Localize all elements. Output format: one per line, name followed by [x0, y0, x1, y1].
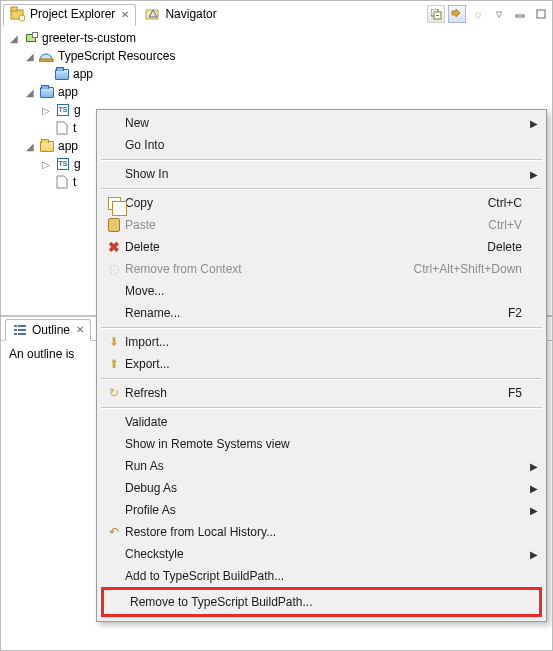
- tree-app-res[interactable]: app: [3, 65, 550, 83]
- menu-run-as[interactable]: Run As ▶: [99, 455, 544, 477]
- tab-navigator[interactable]: Navigator: [138, 3, 223, 25]
- tree-project[interactable]: ◢ greeter-ts-custom: [3, 29, 550, 47]
- menu-show-in[interactable]: Show In ▶: [99, 163, 544, 185]
- menu-checkstyle[interactable]: Checkstyle ▶: [99, 543, 544, 565]
- svg-rect-14: [14, 333, 17, 335]
- tab-label: Navigator: [165, 7, 216, 21]
- delete-icon: ✖: [103, 239, 125, 255]
- view-menu-button[interactable]: ▽: [490, 5, 508, 23]
- tree-ts-resources[interactable]: ◢ TypeScript Resources: [3, 47, 550, 65]
- folder-icon: [39, 138, 55, 154]
- menu-profile-as[interactable]: Profile As ▶: [99, 499, 544, 521]
- menu-import[interactable]: ⬇ Import...: [99, 331, 544, 353]
- paste-icon: [103, 218, 125, 232]
- expand-icon[interactable]: ◢: [24, 141, 36, 152]
- collapse-all-button[interactable]: [427, 5, 445, 23]
- menu-separator: [101, 327, 542, 328]
- focus-task-button[interactable]: ☼: [469, 5, 487, 23]
- tab-label: Outline: [32, 323, 70, 337]
- menu-add-buildpath[interactable]: Add to TypeScript BuildPath...: [99, 565, 544, 587]
- menu-show-remote[interactable]: Show in Remote Systems view: [99, 433, 544, 455]
- tab-outline[interactable]: Outline ✕: [5, 319, 91, 341]
- submenu-arrow-icon: ▶: [530, 461, 538, 472]
- menu-remove-buildpath[interactable]: Remove to TypeScript BuildPath...: [104, 590, 539, 614]
- view-tabbar: Project Explorer ✕ Navigator ☼ ▽: [1, 1, 552, 25]
- menu-export[interactable]: ⬆ Export...: [99, 353, 544, 375]
- project-icon: [23, 30, 39, 46]
- highlighted-menu-item: Remove to TypeScript BuildPath...: [101, 587, 542, 617]
- library-icon: [39, 48, 55, 64]
- file-icon: [54, 174, 70, 190]
- source-folder-icon: [39, 84, 55, 100]
- svg-rect-7: [516, 15, 524, 17]
- export-icon: ⬆: [103, 357, 125, 371]
- outline-icon: [12, 322, 28, 338]
- menu-restore[interactable]: ↶ Restore from Local History...: [99, 521, 544, 543]
- ts-file-icon: TS: [55, 156, 71, 172]
- minimize-button[interactable]: [511, 5, 529, 23]
- copy-icon: [103, 197, 125, 210]
- remove-context-icon: ◌: [103, 262, 125, 276]
- tree-app-source[interactable]: ◢ app: [3, 83, 550, 101]
- tab-project-explorer[interactable]: Project Explorer ✕: [3, 4, 136, 26]
- import-icon: ⬇: [103, 335, 125, 349]
- submenu-arrow-icon: ▶: [530, 549, 538, 560]
- menu-refresh[interactable]: ↻ Refresh F5: [99, 382, 544, 404]
- submenu-arrow-icon: ▶: [530, 169, 538, 180]
- expand-icon[interactable]: ▷: [40, 105, 52, 116]
- svg-rect-8: [537, 10, 545, 18]
- expand-icon[interactable]: ◢: [8, 33, 20, 44]
- menu-go-into[interactable]: Go Into: [99, 134, 544, 156]
- context-menu: New ▶ Go Into Show In ▶ Copy Ctrl+C Past…: [96, 109, 547, 622]
- submenu-arrow-icon: ▶: [530, 505, 538, 516]
- svg-rect-15: [18, 333, 26, 335]
- project-explorer-icon: [10, 6, 26, 22]
- svg-rect-10: [14, 325, 17, 327]
- expand-icon[interactable]: ◢: [24, 51, 36, 62]
- menu-separator: [101, 159, 542, 160]
- svg-rect-12: [14, 329, 17, 331]
- restore-icon: ↶: [103, 525, 125, 539]
- close-icon[interactable]: ✕: [121, 9, 129, 20]
- svg-point-2: [19, 15, 25, 21]
- svg-rect-9: [39, 59, 53, 62]
- menu-separator: [101, 378, 542, 379]
- file-icon: [54, 120, 70, 136]
- navigator-icon: [145, 6, 161, 22]
- expand-icon[interactable]: ◢: [24, 87, 36, 98]
- expand-icon[interactable]: ▷: [40, 159, 52, 170]
- menu-copy[interactable]: Copy Ctrl+C: [99, 192, 544, 214]
- refresh-icon: ↻: [103, 386, 125, 400]
- menu-validate[interactable]: Validate: [99, 411, 544, 433]
- svg-rect-11: [18, 325, 26, 327]
- menu-paste: Paste Ctrl+V: [99, 214, 544, 236]
- submenu-arrow-icon: ▶: [530, 118, 538, 129]
- close-icon[interactable]: ✕: [76, 324, 84, 335]
- source-folder-icon: [54, 66, 70, 82]
- menu-remove-context: ◌ Remove from Context Ctrl+Alt+Shift+Dow…: [99, 258, 544, 280]
- submenu-arrow-icon: ▶: [530, 483, 538, 494]
- menu-separator: [101, 407, 542, 408]
- menu-delete[interactable]: ✖ Delete Delete: [99, 236, 544, 258]
- link-editor-button[interactable]: [448, 5, 466, 23]
- ts-file-icon: TS: [55, 102, 71, 118]
- maximize-button[interactable]: [532, 5, 550, 23]
- menu-new[interactable]: New ▶: [99, 112, 544, 134]
- tab-label: Project Explorer: [30, 7, 115, 21]
- svg-rect-1: [11, 7, 17, 11]
- menu-separator: [101, 188, 542, 189]
- svg-rect-13: [18, 329, 26, 331]
- menu-move[interactable]: Move...: [99, 280, 544, 302]
- menu-rename[interactable]: Rename... F2: [99, 302, 544, 324]
- menu-debug-as[interactable]: Debug As ▶: [99, 477, 544, 499]
